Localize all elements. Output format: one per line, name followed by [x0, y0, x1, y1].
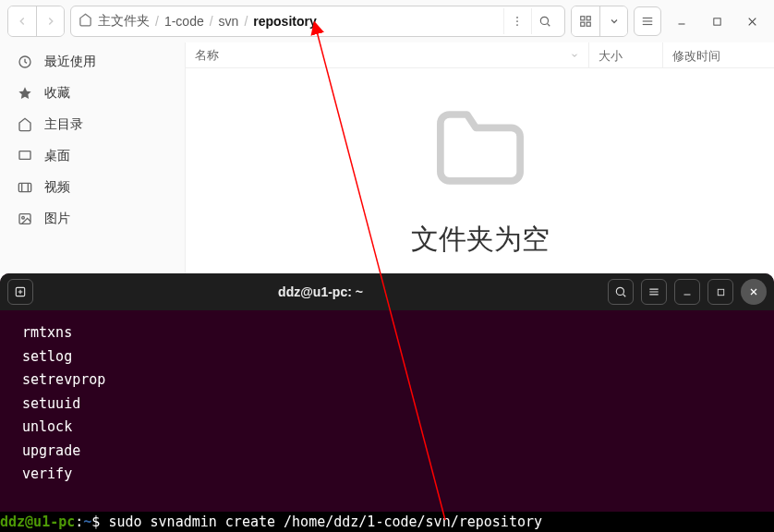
desktop-icon [17, 148, 33, 164]
terminal-output-line: rmtxns [22, 321, 765, 345]
sidebar-item-desktop[interactable]: 桌面 [0, 140, 185, 172]
back-button[interactable] [8, 6, 36, 36]
empty-folder-state: 文件夹为空 [186, 68, 774, 273]
svg-point-1 [516, 20, 518, 22]
breadcrumb-current[interactable]: repository [251, 14, 318, 29]
file-list-area: 名称 大小 修改时间 文件夹为空 [185, 42, 774, 273]
chevron-left-icon [16, 15, 29, 28]
prompt-command: sudo svnadmin create /home/ddz/1-code/sv… [108, 514, 542, 530]
svg-line-4 [547, 24, 550, 27]
minimize-button[interactable] [667, 6, 696, 36]
minimize-icon [676, 16, 687, 27]
sidebar-item-label: 主目录 [44, 116, 83, 133]
sidebar-item-starred[interactable]: 收藏 [0, 78, 185, 109]
location-bar[interactable]: 主文件夹 / 1-code / svn / repository [70, 6, 565, 37]
view-toggle-group [571, 6, 628, 37]
svg-point-3 [540, 17, 548, 24]
maximize-button[interactable] [702, 6, 732, 36]
svg-rect-18 [19, 151, 30, 160]
column-headers: 名称 大小 修改时间 [186, 42, 774, 68]
svg-marker-17 [18, 87, 30, 99]
breadcrumb-home[interactable]: 主文件夹 [96, 13, 151, 30]
terminal-prompt-line[interactable]: ddz@u1-pc:~$ sudo svnadmin create /home/… [0, 512, 774, 532]
file-manager-window: 主文件夹 / 1-code / svn / repository [0, 0, 774, 273]
image-icon [17, 211, 33, 227]
sidebar-item-videos[interactable]: 视频 [0, 172, 185, 203]
hamburger-icon [641, 15, 654, 28]
terminal-output-line: setuuid [22, 393, 765, 417]
terminal-search-button[interactable] [608, 279, 634, 305]
search-button[interactable] [531, 8, 557, 34]
terminal-output-line: verify [22, 463, 765, 487]
file-manager-body: 最近使用 收藏 主目录 桌面 视频 图片 [0, 42, 774, 273]
breadcrumb-separator: / [155, 14, 159, 29]
file-manager-toolbar: 主文件夹 / 1-code / svn / repository [0, 0, 774, 42]
sidebar-item-home[interactable]: 主目录 [0, 109, 185, 140]
sidebar-item-label: 视频 [44, 179, 70, 196]
grid-icon [579, 15, 592, 28]
terminal-body[interactable]: rmtxns setlog setrevprop setuuid unlock … [0, 310, 774, 487]
new-tab-icon [14, 285, 27, 298]
terminal-menu-button[interactable] [641, 279, 667, 305]
svg-rect-6 [587, 17, 590, 20]
chevron-down-icon [609, 16, 620, 27]
svg-point-27 [616, 287, 623, 295]
maximize-icon [712, 17, 722, 27]
sort-indicator-icon [570, 51, 579, 60]
prompt-path: ~ [83, 514, 91, 530]
view-dropdown-button[interactable] [599, 6, 627, 36]
terminal-output-line: setlog [22, 345, 765, 369]
sidebar: 最近使用 收藏 主目录 桌面 视频 图片 [0, 42, 185, 273]
terminal-output-line: upgrade [22, 440, 765, 464]
prompt-user-host: ddz@u1-pc [0, 514, 75, 530]
svg-line-28 [623, 295, 626, 297]
new-tab-button[interactable] [7, 279, 33, 305]
kebab-icon [511, 15, 524, 28]
terminal-window: ddz@u1-pc: ~ rmtxns setlog setrevprop se… [0, 273, 774, 532]
icon-view-button[interactable] [572, 6, 599, 36]
sidebar-item-label: 图片 [44, 211, 70, 227]
svg-rect-13 [713, 18, 720, 24]
home-icon [79, 13, 92, 30]
svg-point-0 [516, 17, 518, 18]
folder-icon [420, 92, 540, 202]
close-button[interactable] [737, 6, 767, 36]
chevron-right-icon [44, 15, 57, 28]
empty-folder-text: 文件夹为空 [411, 221, 550, 259]
home-icon [17, 116, 33, 133]
svg-rect-19 [18, 183, 30, 191]
hamburger-menu-button[interactable] [634, 6, 661, 36]
sidebar-item-recent[interactable]: 最近使用 [0, 46, 185, 78]
search-icon [614, 285, 627, 298]
svg-point-23 [22, 216, 25, 219]
terminal-output-line: setrevprop [22, 369, 765, 393]
close-icon [748, 286, 759, 297]
terminal-minimize-button[interactable] [674, 279, 700, 305]
svg-rect-5 [581, 17, 585, 20]
hamburger-icon [647, 285, 660, 298]
star-icon [17, 85, 33, 102]
nav-button-group [7, 6, 65, 37]
maximize-icon [716, 287, 726, 297]
terminal-maximize-button[interactable] [707, 279, 733, 305]
breadcrumb-segment[interactable]: svn [217, 14, 241, 29]
column-header-name[interactable]: 名称 [186, 42, 589, 67]
svg-point-2 [516, 24, 518, 26]
video-icon [17, 179, 33, 196]
column-header-size[interactable]: 大小 [589, 42, 663, 67]
terminal-close-button[interactable] [741, 279, 767, 305]
breadcrumb-separator: / [244, 14, 248, 29]
search-icon [538, 15, 551, 28]
column-header-mtime[interactable]: 修改时间 [663, 42, 774, 67]
minimize-icon [682, 286, 693, 297]
location-menu-button[interactable] [503, 8, 529, 34]
forward-button[interactable] [36, 6, 64, 36]
sidebar-item-label: 最近使用 [44, 54, 96, 70]
terminal-output-line: unlock [22, 416, 765, 440]
svg-rect-8 [587, 22, 590, 26]
sidebar-item-pictures[interactable]: 图片 [0, 203, 185, 235]
sidebar-item-label: 收藏 [44, 85, 70, 102]
breadcrumb-separator: / [210, 14, 213, 29]
sidebar-item-label: 桌面 [44, 148, 70, 164]
breadcrumb-segment[interactable]: 1-code [163, 14, 206, 29]
